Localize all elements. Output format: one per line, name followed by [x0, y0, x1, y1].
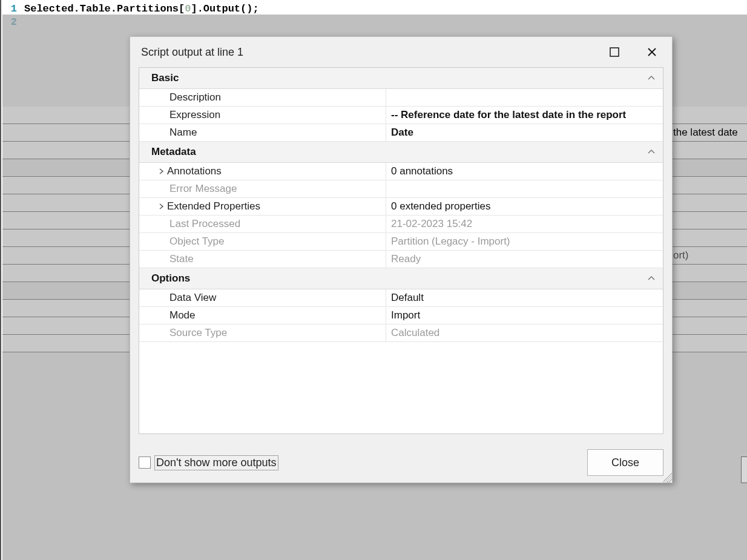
- script-output-dialog: Script output at line 1 Basic Descriptio…: [130, 36, 673, 483]
- property-value: 21-02-2023 15:42: [386, 216, 663, 232]
- property-row-object-type[interactable]: Object Type Partition (Legacy - Import): [139, 233, 663, 251]
- property-label: Extended Properties: [139, 198, 386, 215]
- expand-icon[interactable]: [156, 203, 167, 209]
- property-value[interactable]: -- Reference date for the latest date in…: [386, 107, 663, 124]
- maximize-icon: [610, 47, 619, 57]
- property-label: Data View: [139, 289, 386, 306]
- property-value[interactable]: [386, 89, 663, 106]
- property-label: Name: [139, 124, 386, 141]
- property-label: Last Processed: [139, 216, 386, 232]
- property-value: Calculated: [386, 324, 663, 341]
- dialog-title: Script output at line 1: [141, 46, 243, 59]
- property-row-mode[interactable]: Mode Import: [139, 307, 663, 324]
- property-value: Partition (Legacy - Import): [386, 233, 663, 250]
- property-value[interactable]: Default: [386, 289, 663, 306]
- property-row-state[interactable]: State Ready: [139, 251, 663, 268]
- property-label: Source Type: [139, 324, 386, 341]
- property-value: [386, 180, 663, 197]
- svg-rect-0: [610, 48, 619, 56]
- chevron-up-icon: [647, 74, 656, 82]
- property-label: Object Type: [139, 233, 386, 250]
- dont-show-checkbox[interactable]: [139, 456, 151, 469]
- close-icon: [647, 47, 657, 57]
- property-row-description[interactable]: Description: [139, 89, 663, 107]
- line-number: 1: [1, 2, 17, 16]
- property-row-expression[interactable]: Expression -- Reference date for the lat…: [139, 107, 663, 124]
- category-label: Options: [151, 272, 190, 285]
- property-label: State: [139, 251, 386, 268]
- property-row-last-processed[interactable]: Last Processed 21-02-2023 15:42: [139, 216, 663, 233]
- category-header-basic[interactable]: Basic: [139, 68, 663, 89]
- category-header-options[interactable]: Options: [139, 268, 663, 289]
- chevron-up-icon: [647, 148, 656, 156]
- property-value[interactable]: Date: [386, 124, 663, 141]
- dont-show-label[interactable]: Don't show more outputs: [154, 455, 278, 470]
- property-row-error-message[interactable]: Error Message: [139, 180, 663, 198]
- chevron-up-icon: [647, 274, 656, 283]
- property-row-annotations[interactable]: Annotations 0 annotations: [139, 163, 663, 180]
- close-window-button[interactable]: [634, 41, 670, 64]
- dialog-footer: Don't show more outputs Close: [130, 443, 672, 483]
- property-label: Expression: [139, 107, 386, 124]
- dialog-titlebar[interactable]: Script output at line 1: [130, 37, 672, 67]
- property-row-name[interactable]: Name Date: [139, 124, 663, 142]
- resize-handle[interactable]: [662, 473, 672, 483]
- expand-icon[interactable]: [156, 168, 167, 174]
- property-label: Description: [139, 89, 386, 106]
- property-label: Mode: [139, 307, 386, 324]
- property-value[interactable]: 0 annotations: [386, 163, 663, 180]
- property-value: Ready: [386, 251, 663, 268]
- category-header-metadata[interactable]: Metadata: [139, 142, 663, 163]
- property-grid[interactable]: Basic Description Expression -- Referenc…: [139, 67, 663, 434]
- property-row-source-type[interactable]: Source Type Calculated: [139, 324, 663, 342]
- category-label: Basic: [151, 72, 179, 84]
- property-label: Annotations: [139, 163, 386, 180]
- property-row-data-view[interactable]: Data View Default: [139, 289, 663, 307]
- property-label: Error Message: [139, 180, 386, 197]
- maximize-button[interactable]: [597, 41, 632, 64]
- property-value[interactable]: Import: [386, 307, 663, 324]
- background-close-button: [741, 456, 747, 483]
- property-value[interactable]: 0 extended properties: [386, 198, 663, 215]
- category-label: Metadata: [151, 146, 196, 158]
- close-button[interactable]: Close: [587, 449, 663, 476]
- property-row-extended-properties[interactable]: Extended Properties 0 extended propertie…: [139, 198, 663, 216]
